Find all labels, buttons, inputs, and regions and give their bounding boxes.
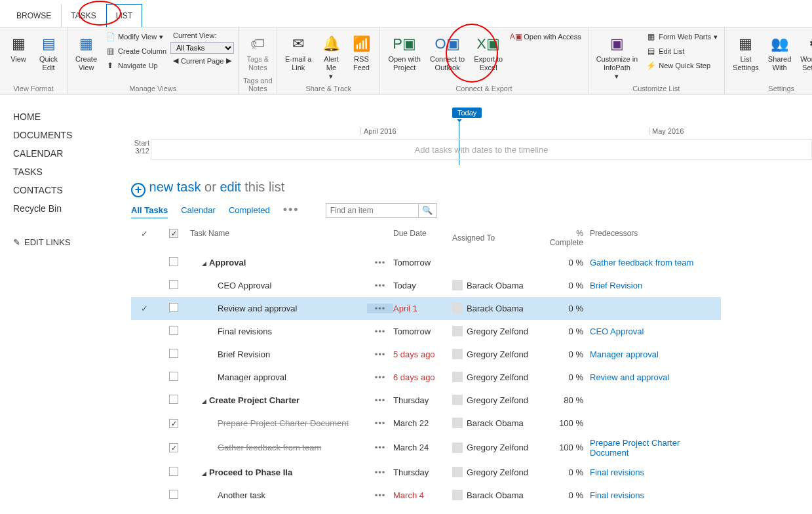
sidebar-item-contacts[interactable]: CONTACTS [13,181,125,199]
export-to-excel-button[interactable]: X▣ Export to Excel [470,30,507,75]
list-settings-button[interactable]: ▦ List Settings [729,30,763,75]
quick-edit-button[interactable]: ▤ Quick Edit [34,30,63,75]
create-column-button[interactable]: ▥Create Column [102,45,169,58]
caret-icon[interactable]: ◢ [202,398,206,405]
col-task-name[interactable]: Task Name [190,229,367,247]
table-row[interactable]: Prepare Project Charter Document•••March… [131,412,721,435]
open-with-access-button[interactable]: A▣Open with Access [508,30,583,43]
task-name[interactable]: Manager approval [218,372,286,382]
row-menu-button[interactable]: ••• [367,490,393,500]
predecessor-link[interactable]: Brief Revision [590,281,642,290]
row-menu-button[interactable]: ••• [367,372,393,382]
col-assigned-to[interactable]: Assigned To [452,229,544,247]
search-input[interactable] [326,204,418,217]
row-menu-button[interactable]: ••• [367,281,393,290]
search-button[interactable]: 🔍 [418,204,436,217]
viewtab-more[interactable]: ••• [283,203,300,217]
row-checkbox[interactable] [169,326,178,335]
sidebar-item-home[interactable]: HOME [13,108,125,126]
edit-links-button[interactable]: ✎ EDIT LINKS [13,237,125,247]
connect-to-outlook-button[interactable]: O▣ Connect to Outlook [426,30,469,75]
table-row[interactable]: ◢Create Project Charter•••ThursdayGregor… [131,389,721,412]
row-checkbox[interactable] [169,303,178,312]
new-task-link[interactable]: new task [149,180,201,194]
shared-with-button[interactable]: 👥 Shared With [764,30,795,75]
col-predecessors[interactable]: Predecessors [590,229,721,247]
caret-icon[interactable]: ◢ [202,260,206,267]
predecessor-link[interactable]: Review and approval [590,372,669,382]
task-name[interactable]: Final revisions [218,326,272,336]
row-menu-button[interactable]: ••• [367,443,393,452]
viewtab-calendar[interactable]: Calendar [181,203,216,218]
row-checkbox[interactable] [169,395,178,404]
table-row[interactable]: ✓Review and approval•••April 1Barack Oba… [131,297,721,320]
navigate-up-button[interactable]: ⬆Navigate Up [102,59,169,72]
table-row[interactable]: ◢Proceed to Phase IIa•••ThursdayGregory … [131,461,721,484]
tab-tasks[interactable]: TASKS [61,4,106,27]
tab-browse[interactable]: BROWSE [7,4,61,27]
table-row[interactable]: Another task•••March 4Barack Obama0 %Fin… [131,484,721,507]
view-button[interactable]: ▦ View [4,30,33,66]
row-menu-button[interactable]: ••• [367,258,393,267]
form-web-parts-button[interactable]: ▦Form Web Parts ▾ [643,30,720,43]
table-row[interactable]: Manager approval•••6 days agoGregory Zel… [131,366,721,389]
col-due-date[interactable]: Due Date [393,229,452,247]
row-menu-button[interactable]: ••• [367,467,393,477]
row-menu-button[interactable]: ••• [367,395,393,405]
open-with-project-button[interactable]: P▣ Open with Project [384,30,425,75]
caret-icon[interactable]: ◢ [202,470,206,477]
view-selector[interactable]: All Tasks [170,42,234,54]
row-checkbox[interactable] [169,443,178,452]
edit-list-link[interactable]: edit [220,180,241,194]
new-quick-step-button[interactable]: ⚡New Quick Step [643,59,720,72]
task-name[interactable]: Gather feedback from team [218,443,321,452]
row-checkbox[interactable] [169,490,178,499]
task-name[interactable]: Proceed to Phase IIa [209,467,292,477]
tab-list[interactable]: LIST [106,4,142,27]
predecessor-link[interactable]: Prepare Project Charter Document [590,438,680,458]
viewtab-all-tasks[interactable]: All Tasks [131,203,168,218]
row-checkbox[interactable] [169,372,178,381]
sidebar-item-documents[interactable]: DOCUMENTS [13,126,125,144]
plus-icon[interactable]: + [131,183,145,197]
viewtab-completed[interactable]: Completed [229,203,270,218]
predecessor-link[interactable]: Gather feedback from team [590,258,693,267]
table-row[interactable]: Final revisions•••TomorrowGregory Zelfon… [131,320,721,343]
rss-feed-button[interactable]: 📶 RSS Feed [347,30,376,75]
row-checkbox[interactable] [169,419,178,428]
task-name[interactable]: Prepare Project Charter Document [218,418,349,428]
predecessor-link[interactable]: Manager approval [590,349,659,359]
task-name[interactable]: CEO Approval [218,281,271,290]
sidebar-item-tasks[interactable]: TASKS [13,163,125,181]
table-row[interactable]: Gather feedback from team•••March 24Greg… [131,435,721,461]
table-row[interactable]: CEO Approval•••TodayBarack Obama0 %Brief… [131,274,721,297]
predecessor-link[interactable]: Final revisions [590,490,644,500]
tags-notes-button[interactable]: 🏷 Tags & Notes [242,30,273,75]
row-menu-button[interactable]: ••• [367,304,393,313]
table-row[interactable]: Brief Revision•••5 days agoGregory Zelfo… [131,343,721,366]
customize-infopath-button[interactable]: ▣ Customize in InfoPath ▾ [592,30,642,83]
edit-list-button[interactable]: ▤Edit List [643,45,720,58]
modify-view-button[interactable]: 📄Modify View ▾ [102,30,169,43]
col-pct-complete[interactable]: % Complete [544,229,590,247]
header-select-all-checkbox[interactable] [169,229,178,238]
row-checkbox[interactable] [169,467,178,476]
task-name[interactable]: Create Project Charter [209,395,300,405]
email-link-button[interactable]: ✉ E-mail a Link [281,30,315,75]
row-checkbox[interactable] [169,349,178,358]
workflow-settings-button[interactable]: ⚙ Workflow Settings ▾ [796,30,812,83]
create-view-button[interactable]: ▦ Create View [71,30,101,75]
sidebar-item-recycle-bin[interactable]: Recycle Bin [13,199,125,218]
table-row[interactable]: ◢Approval•••Tomorrow0 %Gather feedback f… [131,251,721,274]
row-menu-button[interactable]: ••• [367,418,393,428]
task-name[interactable]: Approval [209,258,246,267]
row-menu-button[interactable]: ••• [367,326,393,336]
alert-me-button[interactable]: 🔔 Alert Me ▾ [317,30,345,83]
row-menu-button[interactable]: ••• [367,349,393,359]
row-checkbox[interactable] [169,257,178,266]
predecessor-link[interactable]: CEO Approval [590,326,644,336]
task-name[interactable]: Another task [218,490,265,500]
row-checkbox[interactable] [169,280,178,289]
current-page-nav[interactable]: ◀ Current Page ▶ [170,55,234,66]
timeline-bar[interactable]: Add tasks with dates to the timeline [151,139,812,160]
